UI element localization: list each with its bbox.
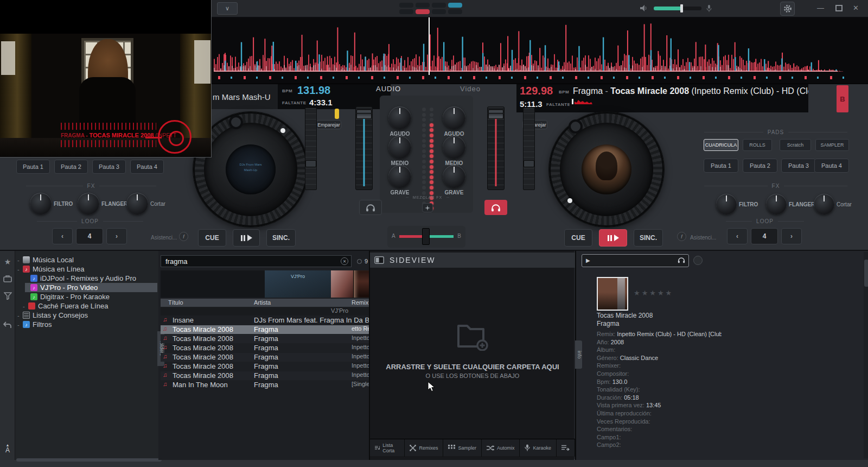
tree-item-musica-en-linea[interactable]: - ♪ Música en Línea — [17, 264, 157, 274]
channel-b-volume-fader[interactable] — [487, 106, 505, 190]
tree-item-listas[interactable]: - Listas y Consejos — [17, 311, 157, 320]
channel-a-volume-handle[interactable] — [356, 110, 372, 119]
deck-b-loop-half-button[interactable]: ‹ — [727, 228, 748, 244]
deck-a-pitch-slider[interactable] — [305, 108, 317, 190]
eq-low-knob-b[interactable] — [443, 165, 465, 188]
deck-a-match-button[interactable]: Emparejar — [316, 120, 341, 129]
tree-horizontal-scrollbar[interactable] — [16, 458, 162, 462]
column-title[interactable]: Título — [168, 299, 183, 306]
channel-a-volume-fader[interactable] — [355, 106, 373, 190]
crossfader-handle[interactable] — [422, 228, 430, 245]
waveform-mode-button-4[interactable] — [448, 3, 462, 8]
waveform-mode-button-1[interactable] — [399, 3, 413, 8]
tree-item-cache[interactable]: - Caché Fuera de Línea — [23, 301, 157, 311]
deck-b-sync-button[interactable]: SINC. — [634, 229, 663, 247]
waveform-mode-button-5[interactable] — [399, 9, 413, 14]
deck-a-sync-button[interactable]: SINC. — [266, 229, 296, 247]
history-case-icon[interactable] — [0, 275, 15, 282]
tree-item-musica-local[interactable]: - Música Local — [17, 255, 157, 264]
deck-a-pad-1[interactable]: Pauta 1 — [16, 160, 50, 174]
favorites-star-icon[interactable]: ★ — [0, 257, 15, 266]
vjpro-strip-tile[interactable]: VJ'Pro — [265, 270, 331, 298]
close-button[interactable]: ✕ — [853, 4, 859, 12]
deck-b-padmode-rolls[interactable]: ROLLS — [743, 139, 772, 151]
deck-a-pad-4[interactable]: Pauta 4 — [130, 160, 164, 174]
deck-b-play-pause-button[interactable] — [599, 229, 627, 247]
mic-icon[interactable] — [705, 4, 713, 12]
waveform-mode-button-6[interactable] — [416, 9, 430, 14]
deck-b-padmode-sampler[interactable]: SAMPLER — [815, 139, 849, 151]
minimize-button[interactable]: — — [817, 4, 824, 12]
back-undo-icon[interactable] — [0, 321, 15, 329]
waveform-mode-button-2[interactable] — [416, 3, 430, 8]
rhythm-waveform[interactable] — [212, 17, 868, 84]
deck-a-play-pause-button[interactable] — [233, 229, 260, 247]
deck-b-pitch-slider[interactable] — [523, 108, 535, 190]
deck-b-fx-filter-knob[interactable] — [716, 194, 737, 214]
deck-a-pitch-handle[interactable] — [305, 160, 316, 167]
deck-a-assistant-button[interactable]: f — [179, 232, 188, 241]
waveform-mode-button-7[interactable] — [432, 9, 446, 14]
deck-a-loop-size[interactable]: 4 — [76, 228, 103, 244]
waveform-mode-button-8[interactable] — [448, 9, 462, 14]
deck-b-loop-size[interactable]: 4 — [751, 228, 778, 244]
deck-b-pad-3[interactable]: Pauta 3 — [781, 159, 816, 173]
filter-funnel-icon[interactable] — [0, 292, 15, 300]
font-size-button[interactable]: ▲ A — [0, 444, 15, 454]
deck-a-pad-3[interactable]: Pauta 3 — [92, 160, 126, 174]
automix-button[interactable]: Automix — [482, 439, 520, 457]
deck-a-fx-cut-knob[interactable] — [126, 193, 148, 214]
mixer-tab-audio[interactable]: AUDIO — [376, 85, 401, 93]
waveform-mode-button-3[interactable] — [432, 3, 446, 8]
deck-b-selector-tab[interactable]: B — [837, 85, 848, 112]
master-volume-slider[interactable] — [654, 7, 701, 10]
eq-mid-knob-a[interactable] — [388, 136, 411, 159]
rating-stars[interactable]: ★★★★★ — [634, 289, 673, 297]
video-preview-window[interactable]: FRAGMA - TOCAS MIRACLE 2008 (INPETT — [0, 0, 212, 157]
mixer-tab-video[interactable]: Video — [460, 85, 481, 93]
eq-low-knob-a[interactable] — [388, 165, 411, 188]
eq-high-knob-a[interactable] — [388, 106, 411, 129]
deck-b-assistant-button[interactable]: f — [677, 232, 686, 241]
headphone-cue-a-button[interactable] — [359, 200, 382, 215]
deck-b-padmode-grid[interactable]: CUADRICULA — [704, 139, 738, 151]
remixes-button[interactable]: Remixes — [405, 439, 443, 457]
sampler-button[interactable]: Sampler — [443, 439, 482, 457]
deck-b-pad-1[interactable]: Pauta 1 — [704, 159, 738, 173]
search-input[interactable]: fragma — [161, 255, 352, 267]
info-scrollbar[interactable] — [864, 252, 868, 458]
deck-b-pitch-handle[interactable] — [524, 160, 534, 167]
column-artist[interactable]: Artista — [254, 299, 271, 306]
deck-b-pad-4[interactable]: Pauta 4 — [814, 159, 849, 173]
prelisten-player[interactable]: ▶ — [582, 254, 689, 267]
headphone-cue-b-button[interactable] — [484, 200, 507, 215]
tree-item-vjpro[interactable]: ♪ VJ'Pro - Pro Video — [25, 283, 157, 292]
deck-b-cue-button[interactable]: CUE — [564, 229, 592, 247]
deck-a-fx-flanger-knob[interactable] — [78, 193, 99, 214]
deck-b-loop-double-button[interactable]: › — [781, 228, 802, 244]
channel-b-volume-handle[interactable] — [488, 110, 503, 119]
info-options-button[interactable] — [693, 256, 703, 265]
eq-high-knob-b[interactable] — [443, 106, 465, 129]
deck-b-fx-flanger-knob[interactable] — [766, 194, 787, 214]
deck-b-fx-cut-knob[interactable] — [814, 194, 834, 214]
deck-layout-dropdown[interactable]: ∨ — [217, 2, 238, 15]
column-remix[interactable]: Remix — [352, 299, 368, 306]
search-clear-button[interactable]: ✕ — [341, 257, 348, 265]
deck-b-pad-2[interactable]: Pauta 2 — [743, 159, 777, 173]
deck-a-pad-2[interactable]: Pauta 2 — [54, 160, 88, 174]
karaoke-button[interactable]: Karaoke — [520, 439, 557, 457]
deck-a-loop-double-button[interactable]: › — [106, 228, 127, 244]
deck-b-padmode-scratch[interactable]: Scratch — [780, 139, 811, 151]
deck-a-loop-half-button[interactable]: ‹ — [52, 228, 73, 244]
info-scrollbar-thumb[interactable] — [864, 260, 868, 287]
tree-item-idjpool[interactable]: ♪ iDJPool - Remixes y Audio Pro — [25, 274, 157, 283]
tree-item-digitrax[interactable]: ♪ Digitrax - Pro Karaoke — [25, 292, 157, 301]
info-collapse-tab[interactable]: info — [575, 340, 582, 369]
deck-b-jog-wheel[interactable] — [549, 112, 664, 227]
queue-list-button[interactable] — [557, 439, 575, 457]
deck-a-fx-filter-knob[interactable] — [30, 193, 52, 214]
sidelist-button[interactable]: Lista Corta — [370, 439, 405, 457]
volume-handle[interactable] — [680, 4, 683, 12]
master-fx-button[interactable] — [422, 203, 433, 212]
